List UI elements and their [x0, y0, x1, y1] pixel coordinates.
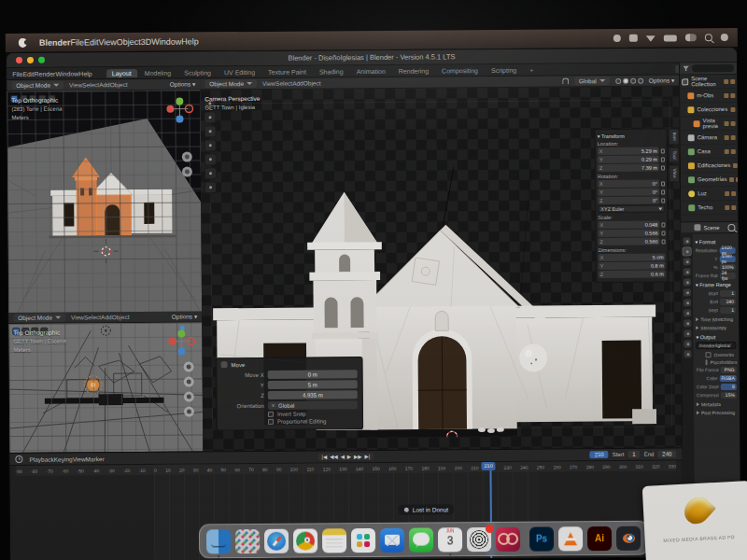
- pan-hand-icon[interactable]: [182, 167, 192, 177]
- physics-properties-tab[interactable]: [684, 319, 691, 327]
- playback-button[interactable]: ▶: [347, 454, 351, 459]
- outliner-row[interactable]: Techo: [681, 201, 738, 215]
- checkbox[interactable]: [268, 419, 274, 425]
- n-panel-tab[interactable]: View: [669, 164, 680, 182]
- solid-shading-icon[interactable]: [623, 77, 628, 83]
- control-center-icon[interactable]: [685, 34, 697, 41]
- outliner-row[interactable]: Vista previa: [681, 117, 738, 131]
- output-path-field[interactable]: //render/iglesia/: [696, 342, 736, 349]
- topbar-menu-item[interactable]: Render: [34, 70, 55, 77]
- value-field[interactable]: PNG: [721, 366, 737, 372]
- dock-blender-icon[interactable]: [616, 525, 641, 550]
- collapsed-section[interactable]: Metadata: [697, 399, 737, 408]
- timeline-menu-item[interactable]: Marker: [86, 455, 105, 462]
- annotate-tool-icon[interactable]: [204, 181, 217, 193]
- timeline-editor-icon[interactable]: [15, 455, 22, 463]
- number-field[interactable]: 240: [720, 298, 736, 304]
- dock-calendar-icon[interactable]: JUN3: [438, 527, 462, 552]
- collapsed-section[interactable]: Time Stretching: [696, 315, 736, 323]
- visibility-toggles[interactable]: [733, 162, 738, 167]
- operator-title[interactable]: Move: [221, 360, 358, 368]
- dock-safari-icon[interactable]: [264, 528, 289, 553]
- checkbox[interactable]: [706, 359, 708, 365]
- rotate-tool-icon[interactable]: [204, 139, 217, 151]
- dock-chrome-icon[interactable]: [293, 528, 317, 553]
- number-field[interactable]: 4.935 m: [268, 390, 358, 399]
- number-field[interactable]: 1: [720, 306, 736, 313]
- visibility-toggles[interactable]: [725, 120, 736, 125]
- viewport-menu-item[interactable]: View: [69, 81, 82, 88]
- data-properties-tab[interactable]: [684, 340, 691, 347]
- outliner-row[interactable]: Colecciones: [680, 103, 737, 117]
- viewport-menu-item[interactable]: Add: [101, 314, 112, 320]
- siri-icon[interactable]: [721, 34, 728, 41]
- lock-icon[interactable]: [661, 148, 665, 153]
- number-field[interactable]: Z0.6 m: [599, 271, 666, 279]
- modifiers-properties-tab[interactable]: [684, 299, 691, 306]
- menubar-item[interactable]: Object: [117, 37, 141, 47]
- select-box-tool-icon[interactable]: [20, 95, 27, 103]
- menubar-item[interactable]: File: [70, 37, 84, 47]
- visibility-toggles[interactable]: [725, 190, 736, 195]
- scale-tool-icon[interactable]: [204, 153, 217, 165]
- navigation-gizmo[interactable]: [163, 94, 195, 126]
- number-field[interactable]: Z0.560: [599, 238, 660, 246]
- rendered-shading-icon[interactable]: [638, 77, 643, 83]
- viewport-bottom-left[interactable]: Top Orthographic GETT Town | Escena Mete…: [8, 322, 203, 453]
- end-frame-field[interactable]: 240: [657, 450, 676, 457]
- menubar-item[interactable]: Edit: [84, 37, 99, 47]
- frame-range-section-header[interactable]: ▾ Frame Range: [696, 282, 736, 287]
- outliner-row[interactable]: Casa: [681, 145, 738, 159]
- workspace-tab[interactable]: Compositing: [436, 66, 484, 75]
- visibility-toggles[interactable]: [724, 78, 735, 83]
- move-tool-icon[interactable]: [40, 328, 48, 335]
- menubar-item[interactable]: Help: [181, 36, 199, 46]
- checkbox[interactable]: [268, 412, 274, 417]
- viewport-menu-item[interactable]: Object: [110, 81, 128, 88]
- close-button[interactable]: [16, 57, 22, 63]
- checkbox-row[interactable]: Placeholders: [706, 358, 737, 366]
- snap-magnet-icon[interactable]: [562, 77, 569, 84]
- topbar-menu-item[interactable]: Window: [55, 70, 78, 77]
- lock-icon[interactable]: [662, 239, 666, 244]
- n-panel-tab[interactable]: Tool: [669, 147, 680, 162]
- dock-finder-icon[interactable]: [206, 529, 231, 553]
- minimize-button[interactable]: [27, 57, 34, 63]
- output-section-header[interactable]: ▾ Output: [696, 334, 736, 340]
- viewport-top-left[interactable]: Top Orthographic (283) Torre | Escena Me…: [7, 90, 202, 313]
- outliner-row[interactable]: Cámara: [681, 131, 738, 145]
- viewport-menu-item[interactable]: Select: [84, 314, 101, 320]
- outliner-row[interactable]: Luz: [681, 187, 738, 201]
- menubar-item[interactable]: 3D: [141, 37, 152, 47]
- value-field[interactable]: 15%: [721, 391, 737, 398]
- viewport-menu-item[interactable]: View: [71, 314, 84, 320]
- playback-button[interactable]: ◀: [341, 454, 345, 459]
- topbar-menu-item[interactable]: File: [12, 70, 22, 77]
- rotate-tool-icon[interactable]: [48, 95, 55, 103]
- object-properties-tab[interactable]: [684, 288, 691, 296]
- dock-messages-icon[interactable]: [409, 527, 433, 552]
- value-field[interactable]: 8: [721, 383, 737, 389]
- view-layer-properties-tab[interactable]: [684, 258, 691, 265]
- visibility-toggles[interactable]: [725, 204, 736, 209]
- playback-button[interactable]: |◀: [321, 454, 327, 459]
- toggle-grid-icon[interactable]: [184, 407, 194, 417]
- tweak-tool-icon[interactable]: [10, 95, 18, 103]
- dock-launchpad-icon[interactable]: [235, 528, 260, 553]
- menubar-item[interactable]: Window: [151, 37, 181, 47]
- workspace-tab[interactable]: UV Editing: [218, 67, 261, 76]
- cursor-tool-icon[interactable]: [29, 95, 36, 103]
- outliner-row[interactable]: m-Obs: [680, 89, 737, 103]
- viewport-menu-item[interactable]: Object: [303, 79, 321, 86]
- start-frame-field[interactable]: 1: [627, 451, 640, 458]
- lock-icon[interactable]: [661, 189, 665, 194]
- visibility-toggles[interactable]: [724, 92, 735, 97]
- number-field[interactable]: X5.29 m: [598, 147, 659, 156]
- display-icon[interactable]: [629, 35, 638, 42]
- zoom-icon[interactable]: [182, 152, 192, 162]
- render-properties-tab[interactable]: [684, 237, 691, 245]
- number-field[interactable]: 0 m: [268, 370, 358, 379]
- topbar-menu-item[interactable]: Edit: [22, 70, 34, 77]
- dock-vlc-icon[interactable]: [558, 526, 583, 551]
- output-properties-tab[interactable]: [684, 247, 691, 255]
